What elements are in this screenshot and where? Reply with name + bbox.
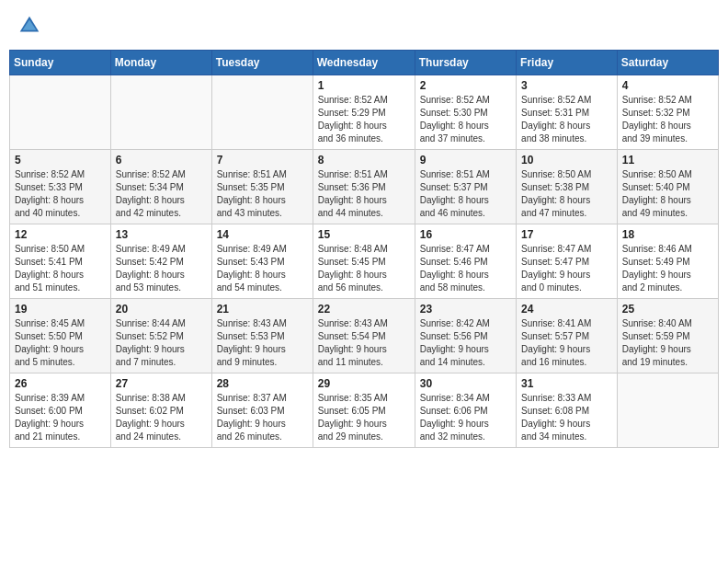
day-info: Sunrise: 8:52 AM Sunset: 5:34 PM Dayligh… (116, 168, 207, 220)
day-info: Sunrise: 8:37 AM Sunset: 6:03 PM Dayligh… (217, 392, 308, 443)
calendar-cell: 30Sunrise: 8:34 AM Sunset: 6:06 PM Dayli… (415, 373, 516, 448)
day-info: Sunrise: 8:50 AM Sunset: 5:38 PM Dayligh… (521, 168, 612, 220)
day-info: Sunrise: 8:45 AM Sunset: 5:50 PM Dayligh… (15, 317, 106, 369)
calendar-week-row: 1Sunrise: 8:52 AM Sunset: 5:29 PM Daylig… (10, 75, 719, 150)
calendar-cell: 7Sunrise: 8:51 AM Sunset: 5:35 PM Daylig… (211, 150, 313, 224)
calendar-cell: 25Sunrise: 8:40 AM Sunset: 5:59 PM Dayli… (617, 299, 718, 373)
day-number: 14 (217, 228, 308, 241)
page-header (9, 9, 719, 42)
calendar-cell: 5Sunrise: 8:52 AM Sunset: 5:33 PM Daylig… (10, 150, 111, 224)
day-info: Sunrise: 8:34 AM Sunset: 6:06 PM Dayligh… (420, 392, 511, 443)
day-number: 16 (420, 228, 511, 241)
calendar-table: SundayMondayTuesdayWednesdayThursdayFrid… (9, 50, 719, 448)
day-number: 1 (318, 79, 410, 92)
day-number: 27 (116, 377, 207, 390)
day-info: Sunrise: 8:43 AM Sunset: 5:54 PM Dayligh… (318, 317, 410, 369)
day-info: Sunrise: 8:44 AM Sunset: 5:52 PM Dayligh… (116, 317, 207, 369)
calendar-cell (211, 75, 313, 150)
calendar-cell: 18Sunrise: 8:46 AM Sunset: 5:49 PM Dayli… (617, 224, 718, 299)
calendar-cell: 15Sunrise: 8:48 AM Sunset: 5:45 PM Dayli… (313, 224, 415, 299)
day-info: Sunrise: 8:52 AM Sunset: 5:29 PM Dayligh… (318, 94, 410, 145)
day-info: Sunrise: 8:52 AM Sunset: 5:31 PM Dayligh… (521, 94, 612, 145)
day-number: 10 (521, 154, 612, 167)
calendar-week-row: 19Sunrise: 8:45 AM Sunset: 5:50 PM Dayli… (10, 299, 719, 373)
day-number: 20 (116, 303, 207, 316)
day-info: Sunrise: 8:42 AM Sunset: 5:56 PM Dayligh… (420, 317, 511, 369)
weekday-header-friday: Friday (517, 51, 618, 75)
day-number: 22 (318, 303, 410, 316)
calendar-cell: 12Sunrise: 8:50 AM Sunset: 5:41 PM Dayli… (10, 224, 111, 299)
calendar-cell: 1Sunrise: 8:52 AM Sunset: 5:29 PM Daylig… (313, 75, 415, 150)
weekday-header-sunday: Sunday (10, 51, 111, 75)
day-info: Sunrise: 8:47 AM Sunset: 5:46 PM Dayligh… (420, 243, 511, 294)
day-info: Sunrise: 8:43 AM Sunset: 5:53 PM Dayligh… (217, 317, 308, 369)
day-info: Sunrise: 8:40 AM Sunset: 5:59 PM Dayligh… (622, 317, 713, 369)
day-info: Sunrise: 8:50 AM Sunset: 5:41 PM Dayligh… (15, 243, 106, 294)
weekday-header-row: SundayMondayTuesdayWednesdayThursdayFrid… (10, 51, 719, 75)
logo (17, 13, 46, 39)
day-info: Sunrise: 8:51 AM Sunset: 5:36 PM Dayligh… (318, 168, 410, 220)
day-number: 17 (521, 228, 612, 241)
calendar-cell: 3Sunrise: 8:52 AM Sunset: 5:31 PM Daylig… (517, 75, 618, 150)
day-info: Sunrise: 8:52 AM Sunset: 5:32 PM Dayligh… (622, 94, 713, 145)
day-info: Sunrise: 8:41 AM Sunset: 5:57 PM Dayligh… (521, 317, 612, 369)
calendar-cell: 24Sunrise: 8:41 AM Sunset: 5:57 PM Dayli… (517, 299, 618, 373)
calendar-cell: 21Sunrise: 8:43 AM Sunset: 5:53 PM Dayli… (211, 299, 313, 373)
day-info: Sunrise: 8:33 AM Sunset: 6:08 PM Dayligh… (521, 392, 612, 443)
calendar-cell: 4Sunrise: 8:52 AM Sunset: 5:32 PM Daylig… (617, 75, 718, 150)
calendar-cell: 16Sunrise: 8:47 AM Sunset: 5:46 PM Dayli… (415, 224, 516, 299)
day-number: 31 (521, 377, 612, 390)
weekday-header-thursday: Thursday (415, 51, 516, 75)
day-number: 18 (622, 228, 713, 241)
calendar-cell (617, 373, 718, 448)
day-info: Sunrise: 8:38 AM Sunset: 6:02 PM Dayligh… (116, 392, 207, 443)
day-info: Sunrise: 8:52 AM Sunset: 5:33 PM Dayligh… (15, 168, 106, 220)
day-number: 11 (622, 154, 713, 167)
day-number: 28 (217, 377, 308, 390)
day-number: 8 (318, 154, 410, 167)
calendar-cell: 14Sunrise: 8:49 AM Sunset: 5:43 PM Dayli… (211, 224, 313, 299)
calendar-cell: 6Sunrise: 8:52 AM Sunset: 5:34 PM Daylig… (110, 150, 211, 224)
day-number: 26 (15, 377, 106, 390)
calendar-cell: 22Sunrise: 8:43 AM Sunset: 5:54 PM Dayli… (313, 299, 415, 373)
calendar-cell: 31Sunrise: 8:33 AM Sunset: 6:08 PM Dayli… (517, 373, 618, 448)
day-number: 29 (318, 377, 410, 390)
calendar-cell: 19Sunrise: 8:45 AM Sunset: 5:50 PM Dayli… (10, 299, 111, 373)
calendar-cell: 26Sunrise: 8:39 AM Sunset: 6:00 PM Dayli… (10, 373, 111, 448)
logo-icon (17, 13, 42, 39)
calendar-week-row: 26Sunrise: 8:39 AM Sunset: 6:00 PM Dayli… (10, 373, 719, 448)
weekday-header-monday: Monday (110, 51, 211, 75)
calendar-cell (10, 75, 111, 150)
calendar-cell: 11Sunrise: 8:50 AM Sunset: 5:40 PM Dayli… (617, 150, 718, 224)
day-number: 6 (116, 154, 207, 167)
calendar-cell: 10Sunrise: 8:50 AM Sunset: 5:38 PM Dayli… (517, 150, 618, 224)
day-info: Sunrise: 8:51 AM Sunset: 5:37 PM Dayligh… (420, 168, 511, 220)
day-info: Sunrise: 8:48 AM Sunset: 5:45 PM Dayligh… (318, 243, 410, 294)
day-number: 15 (318, 228, 410, 241)
weekday-header-saturday: Saturday (617, 51, 718, 75)
calendar-cell (110, 75, 211, 150)
day-info: Sunrise: 8:51 AM Sunset: 5:35 PM Dayligh… (217, 168, 308, 220)
day-number: 24 (521, 303, 612, 316)
day-info: Sunrise: 8:47 AM Sunset: 5:47 PM Dayligh… (521, 243, 612, 294)
day-info: Sunrise: 8:49 AM Sunset: 5:43 PM Dayligh… (217, 243, 308, 294)
calendar-cell: 17Sunrise: 8:47 AM Sunset: 5:47 PM Dayli… (517, 224, 618, 299)
day-number: 13 (116, 228, 207, 241)
calendar-cell: 28Sunrise: 8:37 AM Sunset: 6:03 PM Dayli… (211, 373, 313, 448)
calendar-cell: 2Sunrise: 8:52 AM Sunset: 5:30 PM Daylig… (415, 75, 516, 150)
day-number: 9 (420, 154, 511, 167)
day-number: 25 (622, 303, 713, 316)
day-info: Sunrise: 8:35 AM Sunset: 6:05 PM Dayligh… (318, 392, 410, 443)
day-info: Sunrise: 8:49 AM Sunset: 5:42 PM Dayligh… (116, 243, 207, 294)
calendar-cell: 23Sunrise: 8:42 AM Sunset: 5:56 PM Dayli… (415, 299, 516, 373)
day-number: 2 (420, 79, 511, 92)
day-info: Sunrise: 8:50 AM Sunset: 5:40 PM Dayligh… (622, 168, 713, 220)
day-number: 5 (15, 154, 106, 167)
calendar-cell: 9Sunrise: 8:51 AM Sunset: 5:37 PM Daylig… (415, 150, 516, 224)
day-info: Sunrise: 8:46 AM Sunset: 5:49 PM Dayligh… (622, 243, 713, 294)
day-number: 19 (15, 303, 106, 316)
calendar-cell: 27Sunrise: 8:38 AM Sunset: 6:02 PM Dayli… (110, 373, 211, 448)
calendar-cell: 29Sunrise: 8:35 AM Sunset: 6:05 PM Dayli… (313, 373, 415, 448)
day-number: 21 (217, 303, 308, 316)
day-info: Sunrise: 8:39 AM Sunset: 6:00 PM Dayligh… (15, 392, 106, 443)
